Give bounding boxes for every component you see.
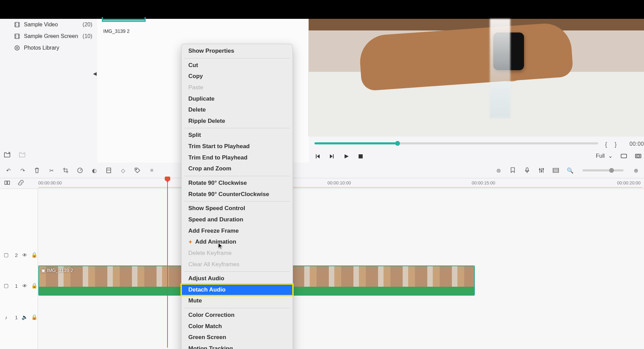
context-menu-item-show-properties[interactable]: Show Properties [182, 46, 293, 57]
menu-item-label: Color Match [188, 322, 222, 331]
sidebar-collapse-button[interactable]: ◀ [93, 71, 97, 76]
context-menu-item-cut[interactable]: Cut [182, 60, 293, 71]
context-menu-item-copy[interactable]: Copy [182, 71, 293, 82]
menu-item-label: Show Speed Control [188, 204, 245, 213]
mute-toggle[interactable]: 🔈 [22, 314, 27, 320]
menu-button[interactable]: ≡ [148, 167, 155, 174]
voiceover-button[interactable] [524, 167, 531, 174]
video-track-icon: ▢ [3, 252, 9, 258]
context-menu-item-green-screen[interactable]: Green Screen [182, 332, 293, 343]
context-menu-item-add-freeze-frame[interactable]: Add Freeze Frame [182, 225, 293, 237]
auto-ripple-button[interactable] [4, 180, 10, 187]
sidebar-item-count: (10) [83, 33, 92, 39]
context-menu-item-trim-start-to-playhead[interactable]: Trim Start to Playhead [182, 141, 293, 152]
context-menu-item-color-match[interactable]: Color Match [182, 321, 293, 332]
preview-subject-water [490, 19, 510, 118]
marker-button[interactable] [509, 167, 516, 174]
timeline-ruler[interactable]: 00:00:00:00 00:00:10:00 00:00:15:00 00:0… [0, 178, 644, 189]
fullscreen-button[interactable] [635, 153, 641, 159]
context-menu-item-ripple-delete[interactable]: Ripple Delete [182, 116, 293, 127]
step-back-button[interactable] [314, 153, 321, 159]
track-number: 1 [13, 283, 18, 289]
film-icon [14, 33, 21, 40]
new-folder-button[interactable] [3, 151, 11, 158]
svg-point-3 [16, 47, 18, 49]
snapshot-button[interactable] [621, 153, 627, 159]
zoom-slider-handle[interactable] [609, 168, 614, 173]
context-menu-item-split[interactable]: Split [182, 130, 293, 141]
stop-button[interactable] [358, 153, 364, 159]
split-button[interactable]: ✂ [48, 167, 55, 174]
svg-point-14 [543, 169, 544, 170]
context-menu-item-rotate-90-counterclockwise[interactable]: Rotate 90° CounterClockwise [182, 189, 293, 200]
visibility-toggle[interactable]: 👁 [22, 283, 27, 288]
link-button[interactable] [18, 180, 24, 187]
context-menu-item-show-speed-control[interactable]: Show Speed Control [182, 203, 293, 214]
speed-button[interactable] [77, 167, 83, 174]
mark-out-button[interactable]: } [615, 141, 617, 148]
delete-button[interactable] [33, 167, 40, 174]
zoom-fit-button[interactable]: ⊕ [632, 167, 639, 174]
sidebar-item-sample-video[interactable]: Sample Video (20) [0, 19, 97, 30]
menu-item-label: Copy [188, 72, 203, 81]
transport-controls [314, 153, 364, 159]
context-menu-item-delete[interactable]: Delete [182, 104, 293, 116]
clip-label: ▣ IMG_3139 2 [41, 268, 73, 273]
lock-toggle[interactable]: 🔒 [31, 252, 37, 258]
lock-toggle[interactable]: 🔒 [31, 283, 37, 288]
color-grade-button[interactable]: ◐ [91, 167, 98, 174]
menu-item-label: Clear All Keyframes [188, 260, 239, 269]
clip-context-menu: Show PropertiesCutCopyPasteDuplicateDele… [181, 44, 293, 349]
svg-rect-6 [635, 154, 641, 158]
track-header-video-1[interactable]: ▢ 1 👁 🔒 [0, 276, 41, 295]
sidebar-item-count: (20) [83, 22, 92, 28]
mark-in-button[interactable]: { [605, 141, 607, 148]
context-menu-item-motion-tracking[interactable]: Motion Tracking [182, 343, 293, 349]
track-manager-button[interactable] [552, 167, 559, 174]
sidebar-item-sample-green-screen[interactable]: Sample Green Screen (10) [0, 30, 97, 42]
preview-scrubber[interactable] [314, 142, 598, 144]
tag-button[interactable] [134, 167, 141, 174]
context-menu-item-trim-end-to-playhead[interactable]: Trim End to Playhead [182, 152, 293, 164]
context-menu-item-crop-and-zoom[interactable]: Crop and Zoom [182, 163, 293, 174]
context-menu-item-duplicate[interactable]: Duplicate [182, 93, 293, 105]
context-menu-item-rotate-90-clockwise[interactable]: Rotate 90° Clockwise [182, 178, 293, 189]
context-menu-item-add-animation[interactable]: ✦Add Animation [182, 236, 293, 248]
sidebar-item-photos-library[interactable]: Photos Library [0, 42, 97, 54]
mixer-button[interactable] [538, 167, 545, 174]
context-menu-item-adjust-audio[interactable]: Adjust Audio [182, 273, 293, 284]
timeline-playhead[interactable] [167, 177, 168, 348]
context-menu-item-clear-all-keyframes: Clear All Keyframes [182, 259, 293, 270]
context-menu-item-mute[interactable]: Mute [182, 295, 293, 307]
zoom-slider[interactable] [582, 169, 623, 171]
keyframe-button[interactable]: ◇ [120, 167, 126, 174]
context-menu-item-color-correction[interactable]: Color Correction [182, 310, 293, 321]
track-header-video-2[interactable]: ▢ 2 👁 🔒 [0, 246, 41, 264]
visibility-toggle[interactable]: 👁 [22, 252, 27, 258]
play-button[interactable] [343, 153, 349, 159]
menu-item-label: Add Animation [195, 238, 236, 246]
menu-item-label: Split [188, 131, 201, 140]
freeze-frame-button[interactable] [105, 167, 112, 174]
context-menu-item-speed-and-duration[interactable]: Speed and Duration [182, 214, 293, 225]
crop-button[interactable] [62, 167, 69, 174]
context-menu-item-detach-audio[interactable]: Detach Audio [182, 284, 293, 296]
film-icon [14, 21, 21, 28]
lock-toggle[interactable]: 🔒 [31, 314, 37, 320]
render-button[interactable]: ⊚ [495, 167, 502, 174]
menu-item-label: Show Properties [188, 47, 234, 55]
menu-item-label: Duplicate [188, 95, 215, 103]
preview-scrubber-handle[interactable] [395, 141, 400, 146]
redo-button[interactable]: ↷ [19, 167, 26, 174]
menu-separator [184, 58, 290, 59]
playhead-handle[interactable] [165, 177, 170, 181]
step-forward-button[interactable] [329, 153, 335, 159]
track-header-audio-1[interactable]: ♪ 1 🔈 🔒 [0, 308, 41, 326]
zoom-out-button[interactable]: 🔍 [567, 167, 574, 174]
svg-point-12 [539, 169, 540, 170]
delete-folder-button[interactable] [18, 151, 26, 158]
ruler-extent-line [38, 187, 643, 188]
undo-button[interactable]: ↶ [5, 167, 12, 174]
preview-quality-select[interactable]: Full ⌄ [596, 153, 613, 159]
timeline-tracks[interactable]: ▢ 2 👁 🔒 ▢ 1 👁 🔒 ♪ 1 🔈 🔒 ▣ IMG_3139 2 [0, 189, 644, 349]
